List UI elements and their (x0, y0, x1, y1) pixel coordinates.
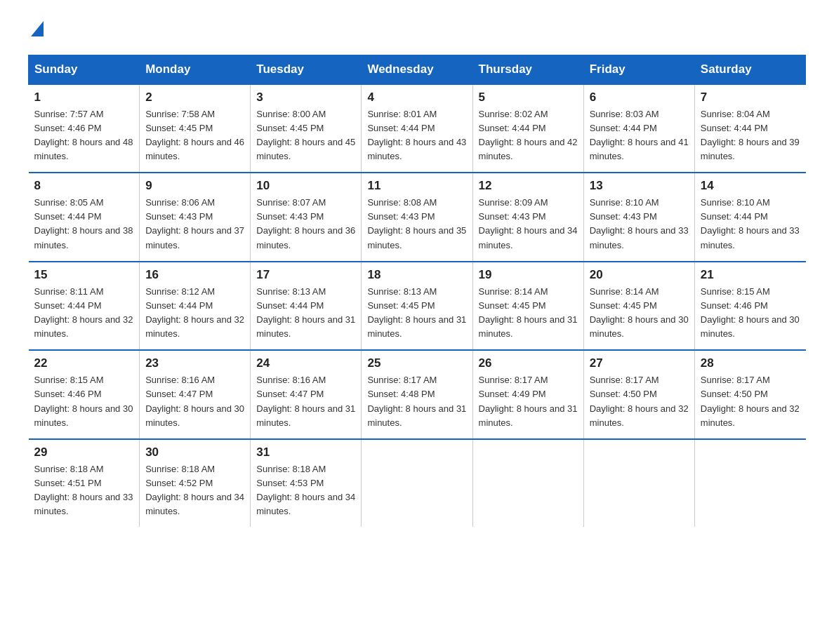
day-number: 2 (145, 90, 244, 105)
day-info: Sunrise: 8:08 AMSunset: 4:43 PMDaylight:… (367, 197, 466, 250)
logo-wrapper (28, 21, 44, 41)
col-header-friday: Friday (583, 55, 694, 84)
day-cell: 16 Sunrise: 8:12 AMSunset: 4:44 PMDaylig… (140, 262, 251, 351)
week-row-1: 1 Sunrise: 7:57 AMSunset: 4:46 PMDayligh… (29, 84, 806, 173)
week-row-4: 22 Sunrise: 8:15 AMSunset: 4:46 PMDaylig… (29, 350, 806, 439)
day-info: Sunrise: 8:15 AMSunset: 4:46 PMDaylight:… (34, 375, 133, 427)
day-number: 10 (256, 179, 355, 193)
day-number: 24 (256, 356, 355, 370)
day-info: Sunrise: 8:13 AMSunset: 4:45 PMDaylight:… (367, 286, 466, 339)
col-header-wednesday: Wednesday (362, 55, 472, 84)
day-cell: 21 Sunrise: 8:15 AMSunset: 4:46 PMDaylig… (694, 262, 805, 351)
col-header-thursday: Thursday (472, 55, 583, 84)
day-cell: 10 Sunrise: 8:07 AMSunset: 4:43 PMDaylig… (251, 173, 362, 262)
day-number: 17 (256, 268, 355, 282)
day-cell: 18 Sunrise: 8:13 AMSunset: 4:45 PMDaylig… (362, 262, 472, 351)
day-info: Sunrise: 8:02 AMSunset: 4:44 PMDaylight:… (479, 109, 578, 161)
day-number: 21 (701, 268, 800, 282)
day-info: Sunrise: 7:57 AMSunset: 4:46 PMDaylight:… (34, 109, 133, 161)
day-number: 11 (367, 179, 466, 193)
day-cell: 25 Sunrise: 8:17 AMSunset: 4:48 PMDaylig… (362, 350, 472, 439)
day-info: Sunrise: 8:16 AMSunset: 4:47 PMDaylight:… (145, 375, 244, 427)
day-cell (694, 439, 805, 528)
day-cell: 4 Sunrise: 8:01 AMSunset: 4:44 PMDayligh… (362, 84, 472, 173)
day-cell: 19 Sunrise: 8:14 AMSunset: 4:45 PMDaylig… (472, 262, 583, 351)
day-number: 12 (479, 179, 578, 193)
day-info: Sunrise: 8:12 AMSunset: 4:44 PMDaylight:… (145, 286, 244, 339)
day-number: 7 (701, 90, 800, 105)
day-cell: 5 Sunrise: 8:02 AMSunset: 4:44 PMDayligh… (472, 84, 583, 173)
calendar-header: SundayMondayTuesdayWednesdayThursdayFrid… (29, 55, 806, 84)
day-info: Sunrise: 8:17 AMSunset: 4:48 PMDaylight:… (367, 375, 466, 427)
day-cell: 6 Sunrise: 8:03 AMSunset: 4:44 PMDayligh… (583, 84, 694, 173)
day-cell: 12 Sunrise: 8:09 AMSunset: 4:43 PMDaylig… (472, 173, 583, 262)
day-cell: 8 Sunrise: 8:05 AMSunset: 4:44 PMDayligh… (29, 173, 140, 262)
day-cell: 13 Sunrise: 8:10 AMSunset: 4:43 PMDaylig… (583, 173, 694, 262)
day-cell: 15 Sunrise: 8:11 AMSunset: 4:44 PMDaylig… (29, 262, 140, 351)
page-header (28, 21, 806, 41)
day-info: Sunrise: 7:58 AMSunset: 4:45 PMDaylight:… (145, 109, 244, 161)
day-number: 29 (34, 445, 134, 459)
day-cell (583, 439, 694, 528)
day-number: 30 (145, 445, 244, 459)
day-cell (362, 439, 472, 528)
day-info: Sunrise: 8:14 AMSunset: 4:45 PMDaylight:… (479, 286, 578, 339)
day-cell: 14 Sunrise: 8:10 AMSunset: 4:44 PMDaylig… (694, 173, 805, 262)
day-info: Sunrise: 8:15 AMSunset: 4:46 PMDaylight:… (701, 286, 800, 339)
day-info: Sunrise: 8:07 AMSunset: 4:43 PMDaylight:… (256, 197, 355, 250)
day-number: 15 (34, 268, 134, 282)
day-info: Sunrise: 8:05 AMSunset: 4:44 PMDaylight:… (34, 197, 133, 250)
day-cell (472, 439, 583, 528)
day-number: 3 (256, 90, 355, 105)
day-cell: 2 Sunrise: 7:58 AMSunset: 4:45 PMDayligh… (140, 84, 251, 173)
day-number: 23 (145, 356, 244, 370)
day-info: Sunrise: 8:10 AMSunset: 4:43 PMDaylight:… (590, 197, 689, 250)
day-number: 9 (145, 179, 244, 193)
day-info: Sunrise: 8:11 AMSunset: 4:44 PMDaylight:… (34, 286, 133, 339)
day-number: 26 (479, 356, 578, 370)
day-number: 20 (590, 268, 689, 282)
day-info: Sunrise: 8:17 AMSunset: 4:49 PMDaylight:… (479, 375, 578, 427)
day-cell: 23 Sunrise: 8:16 AMSunset: 4:47 PMDaylig… (140, 350, 251, 439)
day-info: Sunrise: 8:18 AMSunset: 4:51 PMDaylight:… (34, 464, 133, 516)
week-row-5: 29 Sunrise: 8:18 AMSunset: 4:51 PMDaylig… (29, 439, 806, 528)
day-number: 31 (256, 445, 355, 459)
day-info: Sunrise: 8:10 AMSunset: 4:44 PMDaylight:… (701, 197, 800, 250)
col-header-monday: Monday (140, 55, 251, 84)
week-row-3: 15 Sunrise: 8:11 AMSunset: 4:44 PMDaylig… (29, 262, 806, 351)
day-cell: 7 Sunrise: 8:04 AMSunset: 4:44 PMDayligh… (694, 84, 805, 173)
col-header-sunday: Sunday (29, 55, 140, 84)
header-row: SundayMondayTuesdayWednesdayThursdayFrid… (29, 55, 806, 84)
day-number: 1 (34, 90, 134, 105)
day-cell: 28 Sunrise: 8:17 AMSunset: 4:50 PMDaylig… (694, 350, 805, 439)
day-number: 19 (479, 268, 578, 282)
logo (28, 21, 44, 41)
svg-marker-0 (31, 21, 44, 36)
day-cell: 17 Sunrise: 8:13 AMSunset: 4:44 PMDaylig… (251, 262, 362, 351)
day-info: Sunrise: 8:17 AMSunset: 4:50 PMDaylight:… (701, 375, 800, 427)
day-number: 22 (34, 356, 134, 370)
day-info: Sunrise: 8:04 AMSunset: 4:44 PMDaylight:… (701, 109, 800, 161)
day-cell: 30 Sunrise: 8:18 AMSunset: 4:52 PMDaylig… (140, 439, 251, 528)
day-info: Sunrise: 8:13 AMSunset: 4:44 PMDaylight:… (256, 286, 355, 339)
day-number: 27 (590, 356, 689, 370)
day-cell: 29 Sunrise: 8:18 AMSunset: 4:51 PMDaylig… (29, 439, 140, 528)
col-header-tuesday: Tuesday (251, 55, 362, 84)
day-info: Sunrise: 8:03 AMSunset: 4:44 PMDaylight:… (590, 109, 689, 161)
day-number: 8 (34, 179, 134, 193)
day-info: Sunrise: 8:17 AMSunset: 4:50 PMDaylight:… (590, 375, 689, 427)
calendar-table: SundayMondayTuesdayWednesdayThursdayFrid… (28, 55, 806, 528)
day-number: 13 (590, 179, 689, 193)
day-info: Sunrise: 8:14 AMSunset: 4:45 PMDaylight:… (590, 286, 689, 339)
day-info: Sunrise: 8:18 AMSunset: 4:53 PMDaylight:… (256, 464, 355, 516)
day-number: 28 (701, 356, 800, 370)
day-cell: 11 Sunrise: 8:08 AMSunset: 4:43 PMDaylig… (362, 173, 472, 262)
day-number: 14 (701, 179, 800, 193)
day-cell: 3 Sunrise: 8:00 AMSunset: 4:45 PMDayligh… (251, 84, 362, 173)
day-number: 4 (367, 90, 466, 105)
day-info: Sunrise: 8:00 AMSunset: 4:45 PMDaylight:… (256, 109, 355, 161)
day-cell: 9 Sunrise: 8:06 AMSunset: 4:43 PMDayligh… (140, 173, 251, 262)
day-cell: 24 Sunrise: 8:16 AMSunset: 4:47 PMDaylig… (251, 350, 362, 439)
day-cell: 20 Sunrise: 8:14 AMSunset: 4:45 PMDaylig… (583, 262, 694, 351)
day-info: Sunrise: 8:06 AMSunset: 4:43 PMDaylight:… (145, 197, 244, 250)
